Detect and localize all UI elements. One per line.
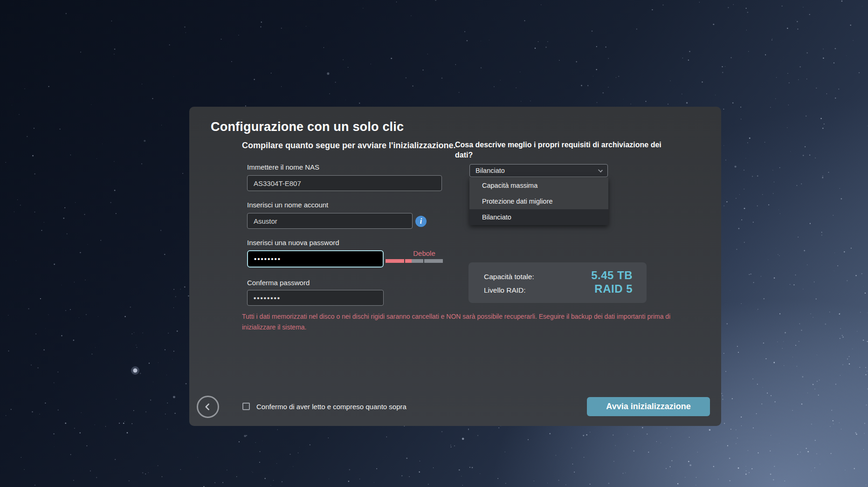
total-capacity-label: Capacità totale: [484,273,534,281]
total-capacity-value: 5.45 TB [591,269,633,282]
raid-level-label: Livello RAID: [484,286,526,295]
new-password-label: Inserisci una nuova password [247,239,339,247]
page-subtitle: Compilare quanto segue per avviare l'ini… [242,141,455,151]
storage-requirements-question: Cosa descrive meglio i propri requisiti … [455,140,662,160]
setup-screen: Configurazione con un solo clic Compilar… [0,0,868,487]
strength-segment [424,259,443,263]
info-icon[interactable]: i [415,216,427,227]
raid-level-value: RAID 5 [594,282,633,295]
nas-name-input[interactable] [247,175,442,191]
password-strength-meter [386,259,443,263]
page-title: Configurazione con un solo clic [211,120,404,134]
start-initialization-button[interactable]: Avvia inizializzazione [587,397,710,416]
capacity-summary-box: Capacità totale: 5.45 TB Livello RAID: R… [468,262,647,303]
dropdown-option-bilanciato[interactable]: Bilanciato [469,209,608,225]
confirm-password-input[interactable] [247,290,384,306]
data-loss-warning: Tutti i dati memorizzati nel disco o nei… [242,311,678,333]
confirm-password-label: Conferma password [247,279,310,287]
one-click-setup-panel: Configurazione con un solo clic Compilar… [189,107,721,426]
strength-segment [386,259,404,263]
back-button[interactable] [197,396,219,418]
new-password-input[interactable] [247,250,384,268]
chevron-left-icon [203,402,213,412]
password-strength-label: Debole [404,249,444,257]
confirm-checkbox[interactable] [242,403,250,410]
storage-profile-select[interactable]: Bilanciato [469,164,608,177]
account-name-input[interactable] [247,213,413,229]
confirm-checkbox-label: Confermo di aver letto e compreso quanto… [256,403,406,411]
strength-segment [405,259,424,263]
nas-name-label: Immettere il nome NAS [247,163,319,171]
dropdown-option-protezione-dati[interactable]: Protezione dati migliore [469,193,608,209]
storage-profile-select-value: Bilanciato [475,167,505,174]
storage-profile-dropdown: Capacità massima Protezione dati miglior… [469,178,608,225]
dropdown-option-capacita-massima[interactable]: Capacità massima [469,178,608,193]
chevron-down-icon [598,168,603,172]
account-name-label: Inserisci un nome account [247,201,328,209]
